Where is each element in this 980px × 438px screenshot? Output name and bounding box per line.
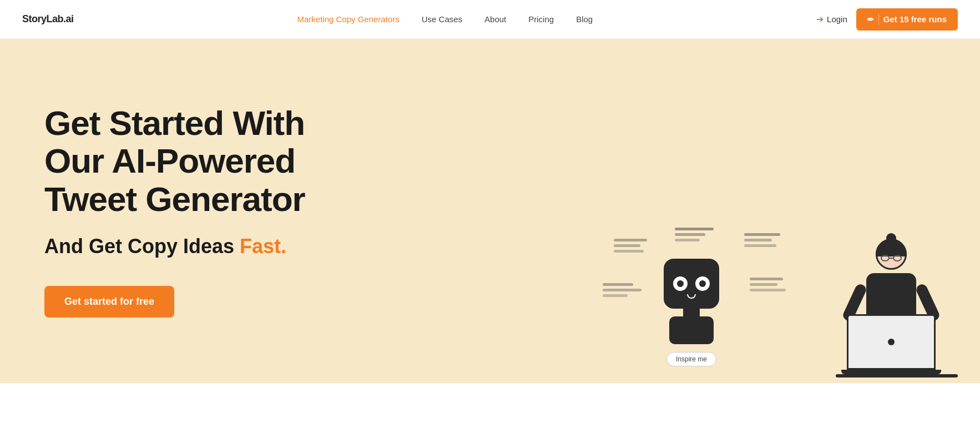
float-line xyxy=(603,289,641,291)
inspire-me-button[interactable]: Inspire me xyxy=(666,352,716,366)
hero-cta-button[interactable]: Get started for free xyxy=(44,286,174,318)
nav-item-pricing[interactable]: Pricing xyxy=(528,14,554,24)
login-arrow-icon: ➔ xyxy=(816,14,824,24)
robot-eye-right xyxy=(695,276,710,291)
robot-body xyxy=(669,316,714,344)
glasses-left xyxy=(881,255,890,261)
laptop-camera-dot xyxy=(888,339,895,345)
glasses-right xyxy=(893,255,902,261)
cta-divider xyxy=(878,14,879,25)
float-line xyxy=(614,239,647,241)
hero-subtitle: And Get Copy Ideas Fast. xyxy=(44,235,366,258)
robot-neck xyxy=(683,309,700,316)
person-container xyxy=(836,233,947,377)
float-line xyxy=(750,283,777,286)
float-block-top-left xyxy=(614,239,647,253)
robot-pupil xyxy=(677,280,684,287)
person-hair xyxy=(876,239,907,256)
float-line xyxy=(603,294,628,297)
get-free-runs-button[interactable]: ✏ Get 15 free runs xyxy=(856,8,958,31)
hero-title: Get Started With Our AI-Powered Tweet Ge… xyxy=(44,104,366,218)
nav-links: Marketing Copy Generators Use Cases Abou… xyxy=(297,14,593,24)
float-line xyxy=(744,233,780,236)
cta-label: Get 15 free runs xyxy=(883,14,947,24)
hero-content: Get Started With Our AI-Powered Tweet Ge… xyxy=(44,104,366,318)
float-block-mid-right xyxy=(750,278,786,291)
robot-mouth xyxy=(687,294,696,299)
nav-item-marketing[interactable]: Marketing Copy Generators xyxy=(297,14,399,24)
person-head xyxy=(876,239,907,270)
robot-head xyxy=(664,259,719,309)
float-block-mid-left xyxy=(603,283,641,297)
float-line xyxy=(750,278,783,280)
float-line xyxy=(614,250,644,253)
float-line xyxy=(675,228,714,230)
nav-item-blog[interactable]: Blog xyxy=(576,14,593,24)
hero-subtitle-highlight: Fast. xyxy=(240,235,286,258)
laptop-stand xyxy=(836,374,958,377)
person-scene xyxy=(836,233,947,377)
hero-subtitle-plain: And Get Copy Ideas xyxy=(44,235,240,258)
laptop-base xyxy=(841,370,941,374)
float-line xyxy=(675,239,700,241)
nav-right: ➔ Login ✏ Get 15 free runs xyxy=(816,8,958,31)
float-line xyxy=(750,289,786,291)
login-button[interactable]: ➔ Login xyxy=(816,14,847,24)
robot-scene: Inspire me xyxy=(664,259,719,366)
robot-pupil xyxy=(699,280,706,287)
logo[interactable]: StoryLab.ai xyxy=(22,13,74,25)
navbar: StoryLab.ai Marketing Copy Generators Us… xyxy=(0,0,980,39)
pen-icon: ✏ xyxy=(867,15,874,24)
hero-illustration: Inspire me xyxy=(597,217,947,383)
float-line xyxy=(603,283,633,286)
float-block-top-right xyxy=(744,233,780,247)
login-label: Login xyxy=(827,14,847,24)
laptop-screen xyxy=(847,314,936,370)
float-line xyxy=(744,244,776,247)
float-line xyxy=(614,244,640,247)
float-block-top xyxy=(675,228,714,241)
laptop xyxy=(836,314,947,377)
float-line xyxy=(744,239,772,241)
glasses-bridge xyxy=(889,258,893,259)
robot-eye-left xyxy=(673,276,688,291)
nav-item-usecases[interactable]: Use Cases xyxy=(422,14,462,24)
nav-item-about[interactable]: About xyxy=(484,14,506,24)
hero-section: Get Started With Our AI-Powered Tweet Ge… xyxy=(0,39,980,383)
float-line xyxy=(675,233,705,236)
